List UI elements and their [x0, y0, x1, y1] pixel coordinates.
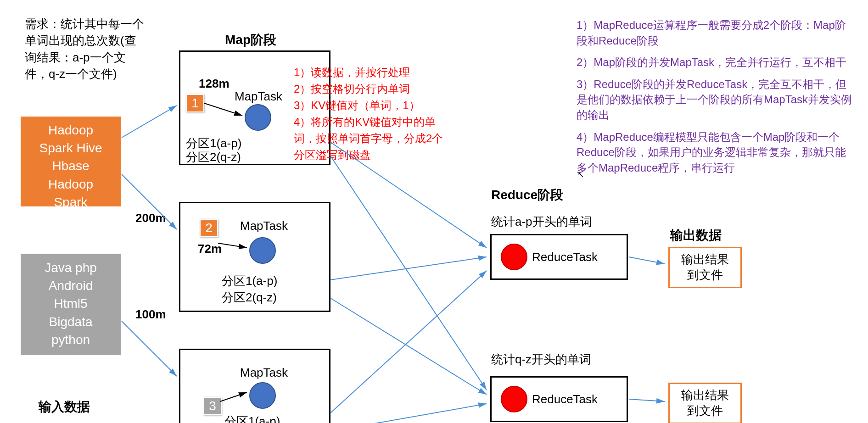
reduce-label-qz: 统计q-z开头的单词	[491, 351, 591, 367]
output-section-title: 输出数据	[670, 227, 722, 244]
reducetask-box-2: ReduceTask	[490, 376, 628, 422]
svg-line-12	[629, 257, 665, 264]
note-2: 2）Map阶段的并发MapTask，完全并行运行，互不相干	[577, 55, 857, 70]
notes-block: 1）MapReduce运算程序一般需要分成2个阶段：Map阶段和Reduce阶段…	[577, 17, 857, 175]
cursor-icon: ↖	[577, 170, 584, 180]
badge-1: 1	[186, 94, 204, 112]
map-step-3: 3）KV键值对（单词，1）	[294, 97, 450, 114]
reducetask-box-1: ReduceTask	[490, 234, 628, 280]
size-72m: 72m	[198, 242, 222, 256]
requirement-text: 需求：统计其中每一个单词出现的总次数(查询结果：a-p一个文件，q-z一个文件)	[25, 16, 144, 83]
note-1: 1）MapReduce运算程序一般需要分成2个阶段：Map阶段和Reduce阶段	[577, 17, 857, 48]
maptask-box-2: 2 MapTask 72m 分区1(a-p) 分区2(q-z)	[179, 202, 330, 312]
reducetask-circle-2	[501, 386, 527, 412]
svg-line-9	[330, 298, 487, 395]
note-4: 4）MapReduce编程模型只能包含一个Map阶段和一个Reduce阶段，如果…	[577, 129, 857, 176]
maptask-label-3: MapTask	[240, 366, 288, 380]
svg-line-0	[122, 106, 177, 138]
reducetask-circle-1	[501, 244, 527, 270]
map-section-title: Map阶段	[225, 31, 276, 49]
maptask-circle-3	[249, 382, 276, 409]
svg-line-2	[122, 321, 177, 376]
map-step-4: 4）将所有的KV键值对中的单词，按照单词首字母，分成2个分区溢写到磁盘	[294, 114, 450, 163]
map-step-2: 2）按空格切分行内单词	[294, 81, 450, 97]
partition-1b: 分区2(q-z)	[186, 150, 241, 164]
size-128m: 128m	[199, 77, 230, 91]
badge-2: 2	[200, 219, 218, 237]
note-3: 3）Reduce阶段的并发ReduceTask，完全互不相干，但是他们的数据依赖…	[577, 77, 857, 123]
svg-line-8	[330, 257, 487, 280]
svg-line-11	[330, 404, 487, 423]
map-step-1: 1）读数据，并按行处理	[294, 64, 450, 81]
partition-3a: 分区1(a-p)	[224, 414, 280, 423]
maptask-label-2: MapTask	[240, 219, 288, 233]
output-box-2: 输出结果 到文件	[668, 383, 742, 423]
svg-line-7	[330, 156, 487, 390]
maptask-label-1: MapTask	[235, 89, 282, 104]
svg-line-10	[330, 271, 487, 413]
size-100m: 100m	[135, 307, 166, 322]
maptask-circle-1	[245, 104, 271, 131]
maptask-circle-2	[249, 237, 276, 264]
reducetask-label-2: ReduceTask	[532, 392, 598, 406]
input-file-1: Hadoop Spark Hive Hbase Hadoop Spark …	[21, 117, 121, 206]
partition-1a: 分区1(a-p)	[186, 136, 241, 150]
maptask-box-3: MapTask 3 分区1(a-p) 分区2(q-z)	[179, 349, 330, 423]
reduce-label-ap: 统计a-p开头的单词	[491, 214, 592, 230]
reducetask-label-1: ReduceTask	[532, 250, 598, 264]
badge-3: 3	[203, 397, 222, 415]
partition-2a: 分区1(a-p)	[222, 274, 277, 288]
input-file-2: Java php Android Html5 Bigdata python …	[21, 254, 121, 355]
size-200m: 200m	[135, 211, 166, 225]
partition-2b: 分区2(q-z)	[222, 290, 277, 305]
reduce-section-title: Reduce阶段	[491, 186, 563, 204]
svg-line-13	[629, 399, 665, 401]
output-box-1: 输出结果 到文件	[668, 247, 742, 288]
input-data-label: 输入数据	[39, 398, 90, 416]
map-steps: 1）读数据，并按行处理 2）按空格切分行内单词 3）KV键值对（单词，1） 4）…	[294, 64, 450, 163]
